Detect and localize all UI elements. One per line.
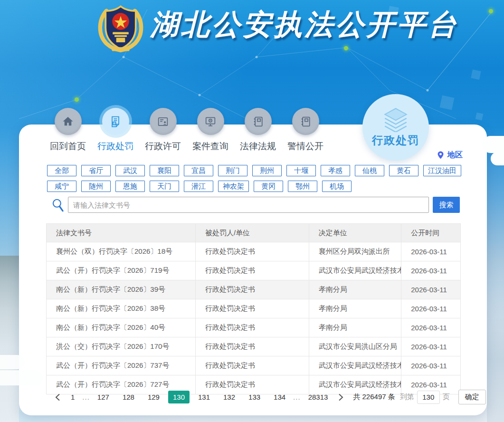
cell-document-number: 洪公（交）行罚决字〔2026〕170号 [47,337,196,356]
region-button[interactable]: 省厅 [81,165,111,176]
page-number[interactable]: 129 [143,391,164,403]
square-decoration [475,113,484,121]
nav-item-label: 案件查询 [192,140,228,153]
table-row[interactable]: 南公（新）行罚决字〔2026〕38号 行政处罚决定书 孝南分局 2026-03-… [47,299,461,318]
region-button[interactable]: 荆门 [218,165,247,176]
region-filter-label: 地区 [447,150,463,160]
cell-publish-date: 2026-03-11 [401,299,461,318]
cell-penalized-party: 行政处罚决定书 [195,242,309,261]
cell-deciding-unit: 孝南分局 [309,299,401,318]
table-row[interactable]: 襄州公（双）行罚决字〔2026〕18号 行政处罚决定书 襄州区分局双沟派出所 2… [47,242,461,261]
magnifier-icon [51,197,65,212]
region-button[interactable]: 全部 [47,165,76,176]
cell-document-number: 武公（开）行罚决字〔2026〕737号 [47,356,196,375]
nav-item-administrative-license[interactable]: 行政许可 [139,108,187,153]
region-button[interactable]: 黄石 [389,165,418,176]
cell-publish-date: 2026-03-11 [401,280,461,299]
cell-document-number: 南公（新）行罚决字〔2026〕40号 [47,318,196,337]
nav-circle [55,108,82,135]
cell-document-number: 南公（新）行罚决字〔2026〕39号 [47,280,196,299]
region-button[interactable]: 潜江 [184,181,213,192]
table-row[interactable]: 武公（开）行罚决字〔2026〕719号 行政处罚决定书 武汉市公安局武汉经济技术… [47,261,461,280]
total-count-label: 共 226497 条 [353,393,395,402]
page-number[interactable]: 132 [219,391,240,403]
region-button[interactable]: 神农架 [218,181,249,192]
page-number-active[interactable]: 130 [168,391,190,403]
region-button[interactable]: 武汉 [115,165,145,176]
nav-item-administrative-penalty[interactable]: 文 行政处罚 [92,108,139,153]
cell-deciding-unit: 襄州区分局双沟派出所 [309,242,401,261]
cell-penalized-party: 行政处罚决定书 [195,280,309,299]
table-row[interactable]: 武公（开）行罚决字〔2026〕737号 行政处罚决定书 武汉市公安局武汉经济技术… [47,356,461,375]
page-root: 湖北公安执法公开平台 回到首页 文 [0,0,504,422]
cell-penalized-party: 行政处罚决定书 [195,318,309,337]
card-tab-decoration [0,370,43,385]
green-dot-decoration [75,97,79,102]
nav-item-police-disclosure[interactable]: 警情公开 [282,108,329,153]
cell-document-number: 南公（新）行罚决字〔2026〕38号 [47,299,196,318]
region-button[interactable]: 鄂州 [288,181,317,192]
confirm-button[interactable]: 确定 [458,390,486,404]
region-button[interactable]: 恩施 [115,181,145,192]
region-button[interactable]: 咸宁 [47,181,76,192]
region-button[interactable]: 孝感 [321,165,350,176]
region-button[interactable]: 机场 [322,181,352,192]
cell-deciding-unit: 孝南分局 [309,318,401,337]
search-input[interactable] [68,197,429,213]
page-number[interactable]: 28313 [304,391,333,403]
page-number[interactable]: 131 [193,391,215,403]
nav-item-laws-regulations[interactable]: 法律法规 [234,108,282,153]
nav-item-case-inquiry[interactable]: 案件查询 [187,108,234,153]
nav-item-label: 警情公开 [287,140,323,153]
page-number[interactable]: 134 [269,391,290,403]
nav-circle [292,108,319,135]
nav-item-home[interactable]: 回到首页 [44,108,92,153]
page-number[interactable]: 127 [93,391,114,403]
column-header-publish-date: 公开时间 [401,224,461,242]
section-badge-label: 行政处罚 [372,133,419,148]
cell-publish-date: 2026-03-11 [401,261,461,280]
region-button[interactable]: 天门 [150,181,179,192]
page-number[interactable]: 128 [118,391,139,403]
background-photo-left [0,256,19,422]
green-dot-decoration [344,46,348,50]
table-row[interactable]: 洪公（交）行罚决字〔2026〕170号 行政处罚决定书 武汉市公安局洪山区分局 … [47,337,461,356]
region-button[interactable]: 江汉油田 [423,165,461,176]
card-tab-decoration [0,355,25,369]
nav-item-label: 法律法规 [240,140,276,153]
table-row[interactable]: 南公（新）行罚决字〔2026〕40号 行政处罚决定书 孝南分局 2026-03-… [47,318,461,337]
nav-item-label: 行政处罚 [97,140,133,153]
region-button[interactable]: 宜昌 [184,165,213,176]
goto-page-prefix: 到第 [400,393,414,402]
nav-item-label: 回到首页 [50,140,86,153]
notebook-icon [299,115,312,128]
table-row[interactable]: 南公（新）行罚决字〔2026〕39号 行政处罚决定书 孝南分局 2026-03-… [47,280,461,299]
cell-publish-date: 2026-03-11 [401,242,461,261]
region-button[interactable]: 仙桃 [355,165,384,176]
cell-publish-date: 2026-03-11 [401,337,461,356]
cell-penalized-party: 行政处罚决定书 [195,261,309,280]
cell-document-number: 武公（开）行罚决字〔2026〕719号 [47,261,196,280]
background-photo-right [487,281,504,422]
region-button[interactable]: 黄冈 [254,181,283,192]
svg-text:文: 文 [114,122,116,125]
region-button[interactable]: 十堰 [286,165,316,176]
pagination-ellipsis: ... [293,393,301,401]
search-button[interactable]: 搜索 [433,197,460,213]
goto-page-input[interactable] [417,391,440,404]
region-button[interactable]: 随州 [81,181,111,192]
page-number[interactable]: 133 [244,391,265,403]
penalty-documents-table: 法律文书号 被处罚人/单位 决定单位 公开时间 襄州公（双）行罚决字〔2026〕… [46,223,461,394]
cell-penalized-party: 行政处罚决定书 [195,337,309,356]
chevron-right-icon[interactable] [334,392,347,403]
page-number[interactable]: 1 [66,391,79,403]
cell-penalized-party: 行政处罚决定书 [195,299,309,318]
region-button[interactable]: 襄阳 [150,165,179,176]
square-decoration [440,96,455,110]
column-header-deciding-unit: 决定单位 [309,224,401,242]
region-button[interactable]: 荆州 [252,165,282,176]
law-book-icon [251,115,265,128]
layers-icon [381,107,410,132]
chevron-left-icon[interactable] [51,392,64,403]
home-icon [61,115,75,128]
